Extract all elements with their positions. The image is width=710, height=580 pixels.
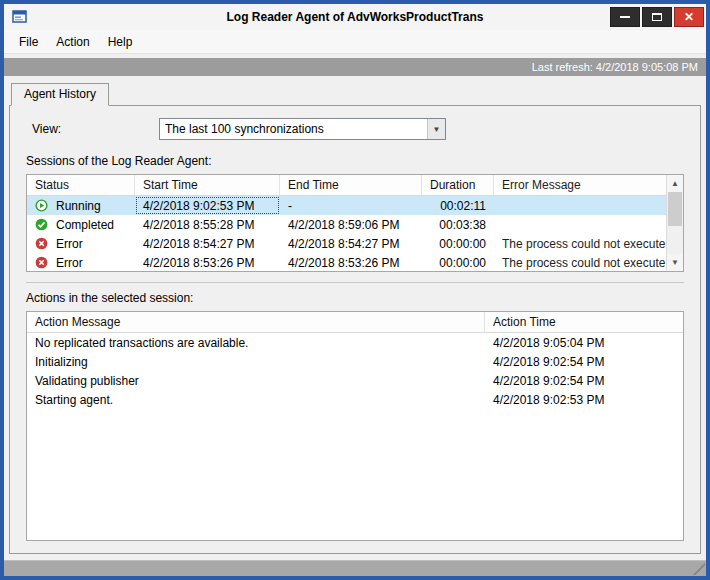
column-header-action-time[interactable]: Action Time bbox=[485, 312, 683, 332]
column-header-error-message[interactable]: Error Message bbox=[494, 175, 666, 195]
content-area: Agent History View: The last 100 synchro… bbox=[4, 76, 706, 560]
menu-item-file[interactable]: File bbox=[10, 32, 47, 52]
completed-icon bbox=[35, 218, 49, 231]
action-row[interactable]: Initializing4/2/2018 9:02:54 PM bbox=[27, 352, 683, 371]
action-time: 4/2/2018 9:05:04 PM bbox=[485, 333, 683, 352]
session-start-time: 4/2/2018 8:54:27 PM bbox=[135, 234, 280, 253]
column-header-start-time[interactable]: Start Time bbox=[135, 175, 280, 195]
actions-table-header: Action Message Action Time bbox=[27, 312, 683, 333]
menu-bar: File Action Help bbox=[4, 30, 706, 54]
menu-item-help[interactable]: Help bbox=[99, 32, 142, 52]
chevron-down-icon[interactable]: ▼ bbox=[427, 119, 445, 139]
action-row[interactable]: Starting agent.4/2/2018 9:02:53 PM bbox=[27, 390, 683, 409]
column-header-action-message[interactable]: Action Message bbox=[27, 312, 485, 332]
view-combobox[interactable]: The last 100 synchronizations ▼ bbox=[159, 118, 446, 140]
action-time: 4/2/2018 9:02:54 PM bbox=[485, 352, 683, 371]
session-end-time: - bbox=[280, 196, 422, 215]
error-icon bbox=[35, 237, 49, 250]
minimize-icon bbox=[620, 16, 630, 18]
close-button[interactable]: ✕ bbox=[674, 7, 704, 27]
close-icon: ✕ bbox=[684, 10, 694, 24]
actions-heading: Actions in the selected session: bbox=[26, 291, 684, 305]
action-message: Validating publisher bbox=[27, 371, 485, 390]
session-status-cell: Error bbox=[27, 234, 135, 253]
refresh-strip: Last refresh: 4/2/2018 9:05:08 PM bbox=[4, 58, 706, 76]
session-start-time: 4/2/2018 9:02:53 PM bbox=[135, 196, 280, 215]
column-header-duration[interactable]: Duration bbox=[422, 175, 494, 195]
session-status-label: Error bbox=[56, 256, 83, 270]
window-title: Log Reader Agent of AdvWorksProductTrans bbox=[4, 10, 706, 24]
maximize-icon bbox=[652, 13, 662, 21]
maximize-button[interactable] bbox=[642, 7, 672, 27]
column-header-end-time[interactable]: End Time bbox=[280, 175, 422, 195]
session-error-message: The process could not execute '... bbox=[494, 234, 666, 253]
sessions-table: Status Start Time End Time Duration Erro… bbox=[26, 174, 684, 272]
agent-history-page: View: The last 100 synchronizations ▼ Se… bbox=[9, 105, 701, 554]
session-status-label: Error bbox=[56, 237, 83, 251]
scrollbar-thumb[interactable] bbox=[668, 192, 682, 226]
session-row[interactable]: Completed4/2/2018 8:55:28 PM4/2/2018 8:5… bbox=[27, 215, 666, 234]
session-status-label: Running bbox=[56, 199, 101, 213]
app-icon bbox=[12, 9, 28, 25]
minimize-button[interactable] bbox=[610, 7, 640, 27]
log-reader-agent-window: Log Reader Agent of AdvWorksProductTrans… bbox=[0, 0, 710, 580]
sessions-table-main: Status Start Time End Time Duration Erro… bbox=[27, 175, 666, 271]
section-divider bbox=[26, 282, 684, 283]
session-duration: 00:00:00 bbox=[422, 253, 494, 271]
action-row[interactable]: Validating publisher4/2/2018 9:02:54 PM bbox=[27, 371, 683, 390]
session-error-message: The process could not execute '... bbox=[494, 253, 666, 271]
session-status-cell: Completed bbox=[27, 215, 135, 234]
action-message: No replicated transactions are available… bbox=[27, 333, 485, 352]
action-message: Starting agent. bbox=[27, 390, 485, 409]
action-time: 4/2/2018 9:02:53 PM bbox=[485, 390, 683, 409]
error-icon bbox=[35, 256, 49, 269]
resize-grip[interactable] bbox=[693, 563, 705, 575]
session-error-message bbox=[494, 196, 666, 215]
session-row[interactable]: Error4/2/2018 8:54:27 PM4/2/2018 8:54:27… bbox=[27, 234, 666, 253]
session-status-cell: Running bbox=[27, 196, 135, 215]
actions-table-main: Action Message Action Time No replicated… bbox=[27, 312, 683, 540]
session-end-time: 4/2/2018 8:54:27 PM bbox=[280, 234, 422, 253]
scroll-down-icon[interactable]: ▼ bbox=[667, 254, 683, 271]
sessions-heading: Sessions of the Log Reader Agent: bbox=[26, 154, 684, 168]
session-end-time: 4/2/2018 8:53:26 PM bbox=[280, 253, 422, 271]
column-header-status[interactable]: Status bbox=[27, 175, 135, 195]
tab-row: Agent History bbox=[9, 82, 701, 105]
sessions-scrollbar[interactable]: ▲ ▼ bbox=[666, 175, 683, 271]
action-message: Initializing bbox=[27, 352, 485, 371]
session-duration: 00:00:00 bbox=[422, 234, 494, 253]
session-duration: 00:03:38 bbox=[422, 215, 494, 234]
scrollbar-track[interactable] bbox=[667, 192, 683, 254]
session-status-cell: Error bbox=[27, 253, 135, 271]
view-row: View: The last 100 synchronizations ▼ bbox=[32, 118, 684, 140]
scroll-up-icon[interactable]: ▲ bbox=[667, 175, 683, 192]
actions-table: Action Message Action Time No replicated… bbox=[26, 311, 684, 541]
sessions-tbody: Running4/2/2018 9:02:53 PM-00:02:11Compl… bbox=[27, 196, 666, 271]
action-time: 4/2/2018 9:02:54 PM bbox=[485, 371, 683, 390]
last-refresh-text: Last refresh: 4/2/2018 9:05:08 PM bbox=[532, 61, 698, 73]
action-row[interactable]: No replicated transactions are available… bbox=[27, 333, 683, 352]
caption-buttons: ✕ bbox=[610, 7, 704, 27]
session-duration: 00:02:11 bbox=[422, 196, 494, 215]
session-status-label: Completed bbox=[56, 218, 114, 232]
menu-item-action[interactable]: Action bbox=[47, 32, 98, 52]
view-label: View: bbox=[32, 122, 159, 136]
sessions-table-header: Status Start Time End Time Duration Erro… bbox=[27, 175, 666, 196]
tab-agent-history[interactable]: Agent History bbox=[11, 83, 109, 106]
actions-tbody: No replicated transactions are available… bbox=[27, 333, 683, 540]
session-row[interactable]: Error4/2/2018 8:53:26 PM4/2/2018 8:53:26… bbox=[27, 253, 666, 271]
session-error-message bbox=[494, 215, 666, 234]
running-icon bbox=[35, 199, 49, 212]
session-row[interactable]: Running4/2/2018 9:02:53 PM-00:02:11 bbox=[27, 196, 666, 215]
view-combobox-value: The last 100 synchronizations bbox=[160, 122, 427, 136]
session-start-time: 4/2/2018 8:55:28 PM bbox=[135, 215, 280, 234]
status-bar bbox=[4, 560, 706, 576]
session-start-time: 4/2/2018 8:53:26 PM bbox=[135, 253, 280, 271]
session-end-time: 4/2/2018 8:59:06 PM bbox=[280, 215, 422, 234]
title-bar[interactable]: Log Reader Agent of AdvWorksProductTrans… bbox=[4, 4, 706, 30]
